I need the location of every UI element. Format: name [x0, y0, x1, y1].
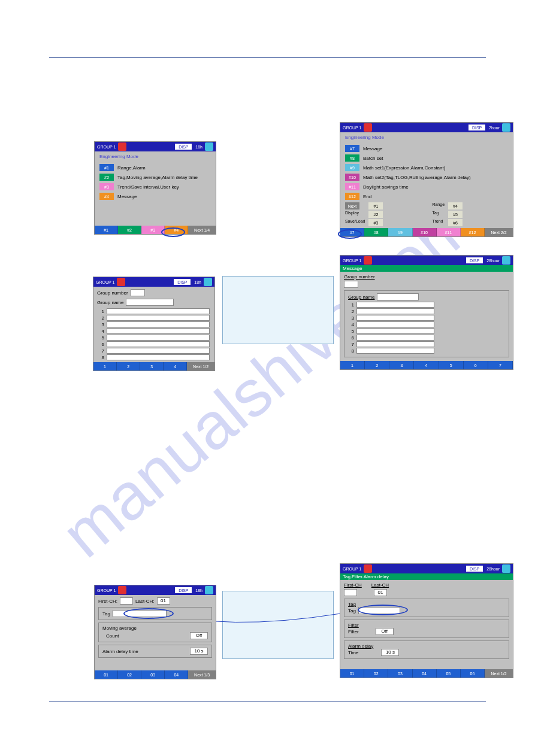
bottom-seg[interactable]: #2 [118, 226, 141, 234]
bottom-seg[interactable]: 03 [388, 669, 412, 678]
bottom-seg[interactable]: #7 [340, 228, 364, 236]
grid-badge[interactable]: #4 [448, 202, 463, 210]
subtitle: Engineering Mode [345, 135, 508, 140]
bottom-seg[interactable]: 03 [141, 670, 165, 679]
bottom-seg[interactable]: #10 [413, 228, 437, 236]
bottom-seg[interactable]: 1 [340, 361, 365, 369]
bottom-seg[interactable]: 02 [118, 670, 141, 679]
count-value[interactable]: Off [190, 632, 208, 639]
next-seg[interactable]: Next 1/3 [188, 670, 216, 679]
bottom-seg[interactable]: 02 [364, 669, 388, 678]
bottom-seg[interactable]: 4 [414, 361, 439, 369]
menu-item[interactable]: #10Math set2(Tag,TLOG,Rolling average,Al… [345, 174, 508, 181]
bottombar: 1234567 [340, 361, 513, 369]
bottom-seg[interactable]: 01 [340, 669, 364, 678]
menu-item[interactable]: #3Trend/Save interval,User key [99, 183, 211, 190]
menu-item[interactable]: #9Math set1(Expression,Alarm,Constant) [345, 164, 508, 171]
bottom-seg[interactable]: 5 [439, 361, 464, 369]
bottom-seg[interactable]: #1 [95, 226, 118, 234]
bottom-seg[interactable]: #11 [437, 228, 461, 236]
filter-value[interactable]: Off [376, 628, 394, 635]
menu-item[interactable]: #11Daylight savings time [345, 183, 508, 190]
next-button[interactable]: Next [345, 202, 359, 210]
menu-item[interactable]: #8Batch set [345, 154, 508, 162]
menu-item[interactable]: #4Message [99, 193, 211, 200]
bottom-seg[interactable]: #4 [165, 226, 188, 234]
menu-label: Daylight savings time [363, 184, 409, 190]
bottombar: 010203040506Next 1/2 [340, 669, 513, 678]
row-input[interactable] [356, 348, 434, 354]
row-number: 8 [348, 348, 354, 354]
next-seg[interactable]: Next 1/2 [187, 362, 214, 371]
topbar: GROUP 1 DISP 28hour [340, 256, 513, 265]
last-ch-value[interactable]: 01 [157, 597, 170, 605]
topbar-title: GROUP 1 [343, 567, 361, 571]
list-row: 5 [98, 335, 210, 341]
tag-input[interactable] [358, 607, 400, 614]
list-row: 1 [348, 302, 505, 308]
row-input[interactable] [356, 315, 434, 321]
group-number-value[interactable]: 1 [131, 289, 145, 296]
time-value[interactable]: 10 s [381, 649, 399, 656]
bottom-seg[interactable]: 04 [165, 670, 188, 679]
row-input[interactable] [356, 302, 434, 308]
last-ch-value[interactable]: 01 [374, 589, 387, 596]
first-ch-value[interactable]: 01 [120, 597, 133, 605]
row-input[interactable] [107, 328, 210, 334]
grid-badge[interactable]: #2 [368, 211, 383, 218]
row-input[interactable] [356, 341, 434, 347]
grid-label: Trend [432, 219, 445, 226]
menu-item[interactable]: #7Message [345, 145, 508, 152]
menu-item[interactable]: #1Range,Alarm [99, 164, 211, 171]
group-name-input[interactable] [126, 299, 174, 306]
group-name-row: Group name [97, 299, 211, 306]
bottom-seg[interactable]: 04 [413, 669, 437, 678]
next-seg[interactable]: Next 1/2 [485, 669, 513, 678]
row-input[interactable] [356, 321, 434, 327]
bottom-seg[interactable]: 05 [437, 669, 461, 678]
group-name-input[interactable] [377, 293, 419, 300]
topbar-title: GROUP 1 [96, 280, 114, 284]
grid-badge[interactable]: #1 [368, 202, 383, 210]
bottom-seg[interactable]: 2 [117, 362, 140, 371]
row-input[interactable] [356, 308, 434, 314]
first-ch-value[interactable]: 01 [344, 589, 357, 596]
bottom-seg[interactable]: #3 [141, 226, 165, 234]
group-number-value[interactable]: 1 [344, 281, 358, 288]
bottom-seg[interactable]: 3 [389, 361, 414, 369]
next-seg[interactable]: Next 1/4 [188, 226, 216, 234]
bottom-seg[interactable]: 7 [488, 361, 513, 369]
bottom-seg[interactable]: 4 [164, 362, 187, 371]
record-icon [118, 142, 126, 151]
bottom-seg[interactable]: #8 [364, 228, 388, 236]
row-input[interactable] [107, 308, 210, 314]
menu-item[interactable]: #12End [345, 193, 508, 200]
row-input[interactable] [356, 328, 434, 334]
bottom-seg[interactable]: 3 [140, 362, 164, 371]
row-number: 3 [348, 315, 354, 321]
bottom-seg[interactable]: #12 [461, 228, 485, 236]
screen-engineering-mode-2: GROUP 1 DISP 7hour Engineering Mode #7Me… [340, 122, 513, 237]
bottom-seg[interactable]: 01 [95, 670, 118, 679]
bottom-seg[interactable]: #9 [388, 228, 412, 236]
row-input[interactable] [107, 335, 210, 341]
next-seg[interactable]: Next 2/2 [485, 228, 513, 236]
bottom-seg[interactable]: 2 [365, 361, 389, 369]
bottom-seg[interactable]: 1 [93, 362, 117, 371]
grid-badge[interactable]: #3 [368, 219, 383, 226]
bottom-seg[interactable]: 06 [461, 669, 485, 678]
row-input[interactable] [356, 335, 434, 341]
menu-item[interactable]: #2Tag,Moving average,Alarm delay time [99, 174, 211, 181]
bottom-seg[interactable]: 6 [464, 361, 488, 369]
filter-label: Filter [348, 623, 505, 628]
grid-badge[interactable]: #6 [448, 219, 463, 226]
row-input[interactable] [107, 348, 210, 354]
grid-badge[interactable]: #5 [448, 211, 463, 218]
row-input[interactable] [107, 315, 210, 321]
topbar-title: GROUP 1 [97, 588, 116, 593]
alarm-delay-value[interactable]: 10 s [190, 648, 208, 655]
row-input[interactable] [107, 341, 210, 347]
row-input[interactable] [107, 354, 210, 360]
row-input[interactable] [107, 321, 210, 327]
tag-input[interactable] [113, 610, 167, 617]
